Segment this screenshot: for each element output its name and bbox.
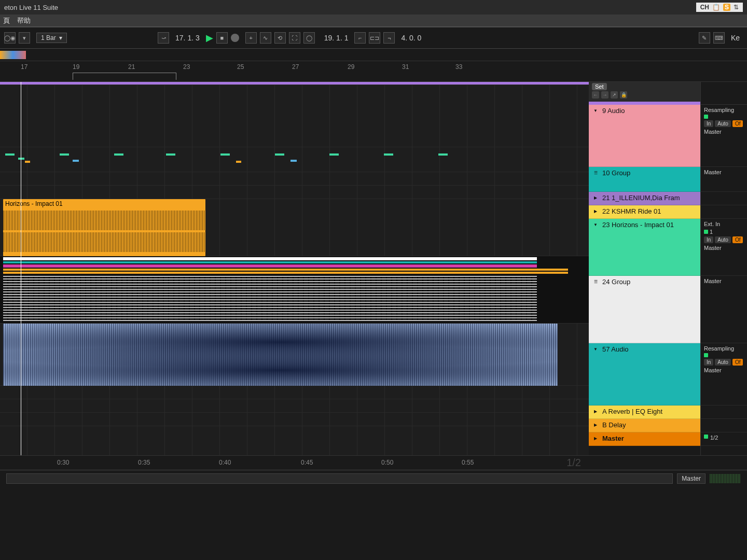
punch-in-btn[interactable]: ⌐ bbox=[354, 32, 366, 44]
ime-indicator[interactable]: CH bbox=[700, 4, 709, 11]
clip-57-audio[interactable] bbox=[3, 324, 558, 386]
track-lane-57[interactable] bbox=[0, 324, 589, 386]
midi-note[interactable] bbox=[384, 153, 393, 156]
tray-icon-notepad[interactable]: 📋 bbox=[712, 4, 720, 11]
track-lane-return-b[interactable] bbox=[0, 399, 589, 413]
transport-toolbar: ◯◉ ▾ 1 Bar▾ ⤻ 17. 1. 3 ▶ ■ + ∿ ⟲ ⛶ ◯ 19.… bbox=[0, 27, 747, 49]
midi-note[interactable] bbox=[114, 153, 123, 156]
automation-arm-btn[interactable]: ∿ bbox=[260, 32, 271, 44]
midi-keyboard-btn[interactable]: ⌨ bbox=[713, 32, 725, 44]
play-icon[interactable]: ▶ bbox=[592, 435, 599, 442]
master-output-label[interactable]: Master bbox=[677, 473, 706, 484]
fold-icon[interactable]: ▼ bbox=[592, 221, 599, 228]
midi-note[interactable] bbox=[166, 153, 175, 156]
time-ruler[interactable]: 0:30 0:35 0:40 0:45 0:50 0:55 1/2 bbox=[0, 455, 747, 470]
loop-start-position[interactable]: 19. 1. 1 bbox=[321, 34, 352, 42]
capture-btn[interactable]: ⛶ bbox=[289, 32, 300, 44]
track-header-9[interactable]: ▼9 Audio bbox=[589, 105, 700, 167]
track-lane-21[interactable] bbox=[0, 172, 589, 186]
track-lane-23[interactable]: Horizons - Impact 01 bbox=[0, 199, 589, 256]
midi-note[interactable] bbox=[18, 158, 24, 160]
overdub-btn[interactable]: + bbox=[245, 32, 257, 44]
track-header-22[interactable]: ▶22 KSHMR Ride 01 bbox=[589, 205, 700, 219]
mixer-return-b[interactable] bbox=[701, 419, 747, 432]
midi-note[interactable] bbox=[290, 160, 297, 162]
punch-out-btn[interactable]: ¬ bbox=[383, 32, 395, 44]
midi-note[interactable] bbox=[220, 153, 230, 156]
track-lane-10[interactable] bbox=[0, 147, 589, 172]
track-lane-9[interactable] bbox=[0, 85, 589, 147]
arrangement-position[interactable]: 17. 1. 3 bbox=[172, 34, 203, 42]
track-lane-master[interactable] bbox=[0, 413, 589, 426]
play-icon[interactable]: ▶ bbox=[592, 421, 599, 428]
loop-bracket[interactable] bbox=[73, 73, 176, 80]
reenable-automation-btn[interactable]: ⟲ bbox=[274, 32, 286, 44]
cue-icon[interactable] bbox=[704, 435, 708, 439]
quantize-dropdown[interactable]: 1 Bar▾ bbox=[36, 33, 67, 43]
track-header-23[interactable]: ▼23 Horizons - Impact 01 bbox=[589, 219, 700, 276]
mixer-track-23[interactable]: Ext. In 1 InAutoOf Master bbox=[701, 219, 747, 276]
waveform-upper bbox=[3, 211, 205, 230]
track-header-10[interactable]: ☰10 Group bbox=[589, 167, 700, 192]
follow-btn[interactable]: ⤻ bbox=[158, 32, 169, 44]
chevron-down-icon: ▾ bbox=[59, 34, 62, 41]
loop-switch[interactable]: ⊏⊐ bbox=[369, 32, 380, 44]
metronome-dropdown[interactable]: ▾ bbox=[19, 32, 30, 44]
midi-note[interactable] bbox=[438, 153, 448, 156]
play-button[interactable]: ▶ bbox=[206, 32, 213, 44]
play-icon[interactable]: ▶ bbox=[592, 194, 599, 201]
clip-horizons[interactable]: Horizons - Impact 01 bbox=[3, 199, 205, 256]
fold-icon[interactable]: ▼ bbox=[592, 107, 599, 114]
unfold-icon[interactable]: ☰ bbox=[592, 169, 599, 176]
mixer-master[interactable]: 1/2 bbox=[701, 432, 747, 446]
midi-note[interactable] bbox=[236, 161, 241, 163]
unfold-icon[interactable]: ☰ bbox=[592, 278, 599, 285]
mixer-track-21[interactable] bbox=[701, 192, 747, 205]
midi-note[interactable] bbox=[60, 153, 69, 156]
loop-length[interactable]: 4. 0. 0 bbox=[398, 34, 424, 42]
track-header-24[interactable]: ☰24 Group bbox=[589, 276, 700, 343]
play-icon[interactable]: ▶ bbox=[592, 408, 599, 415]
mixer-track-22[interactable] bbox=[701, 205, 747, 219]
midi-note[interactable] bbox=[329, 153, 339, 156]
mixer-track-24[interactable]: Master bbox=[701, 276, 747, 343]
play-icon[interactable]: ▶ bbox=[592, 207, 599, 215]
draw-mode-btn[interactable]: ✎ bbox=[699, 32, 710, 44]
track-lane-22[interactable] bbox=[0, 186, 589, 199]
session-record-btn[interactable]: ◯ bbox=[303, 32, 315, 44]
menu-item-help[interactable]: 帮助 bbox=[17, 16, 31, 25]
nav-back-icon[interactable]: ← bbox=[592, 91, 599, 99]
menu-item-1[interactable]: 頁 bbox=[3, 16, 10, 25]
arrangement-overview[interactable] bbox=[0, 49, 747, 61]
midi-note[interactable] bbox=[73, 160, 79, 162]
metronome-btn[interactable]: ◯◉ bbox=[4, 32, 16, 44]
mixer-track-9[interactable]: Resampling InAutoOf Master bbox=[701, 105, 747, 167]
track-header-21[interactable]: ▶21 1_ILLENIUM,Dia Fram bbox=[589, 192, 700, 205]
nav-expand-icon[interactable]: ↗ bbox=[611, 91, 618, 99]
midi-note[interactable] bbox=[275, 153, 284, 156]
record-button[interactable] bbox=[231, 34, 239, 42]
tray-icon-updown[interactable]: ⇅ bbox=[734, 4, 739, 11]
key-map-label[interactable]: Ke bbox=[728, 34, 743, 42]
playhead[interactable] bbox=[21, 82, 21, 455]
track-header-return-b[interactable]: ▶B Delay bbox=[589, 419, 700, 432]
app-title: eton Live 11 Suite bbox=[4, 4, 58, 11]
ruler-tick: 23 bbox=[183, 63, 190, 71]
track-lane-return-a[interactable] bbox=[0, 386, 589, 399]
midi-note[interactable] bbox=[5, 153, 15, 156]
track-lane-24[interactable] bbox=[0, 256, 589, 324]
mixer-track-10[interactable]: Master bbox=[701, 167, 747, 192]
fold-icon[interactable]: ▼ bbox=[592, 345, 599, 353]
midi-note[interactable] bbox=[25, 161, 30, 163]
track-header-master[interactable]: ▶Master bbox=[589, 432, 700, 446]
nav-fwd-icon[interactable]: → bbox=[601, 91, 608, 99]
stop-button[interactable]: ■ bbox=[216, 32, 228, 44]
mixer-track-57[interactable]: Resampling InAutoOf Master bbox=[701, 343, 747, 405]
arrangement-timeline[interactable]: // (placeholder - gridlines drawn via CS… bbox=[0, 82, 589, 455]
lock-icon[interactable]: 🔒 bbox=[620, 91, 627, 99]
track-header-return-a[interactable]: ▶A Reverb | EQ Eight bbox=[589, 405, 700, 419]
beat-ruler[interactable]: 17 19 21 23 25 27 29 31 33 bbox=[0, 61, 747, 82]
mixer-return-a[interactable] bbox=[701, 405, 747, 419]
track-header-57[interactable]: ▼57 Audio bbox=[589, 343, 700, 405]
tray-icon-s[interactable]: S bbox=[723, 4, 730, 11]
